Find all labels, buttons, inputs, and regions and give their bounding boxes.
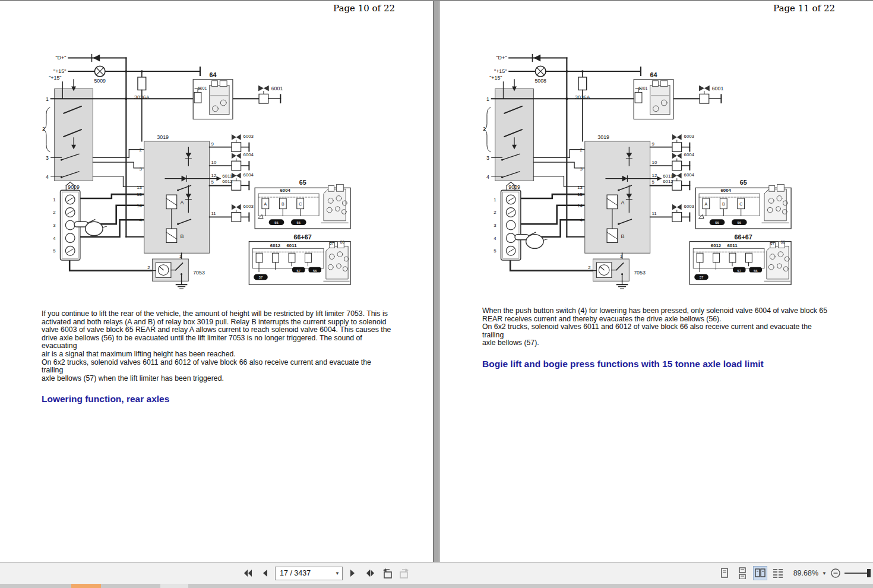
svg-text:10: 10: [652, 160, 657, 165]
svg-text:4: 4: [53, 236, 56, 241]
svg-text:6001: 6001: [638, 86, 647, 90]
svg-text:3: 3: [53, 223, 56, 228]
svg-text:3: 3: [486, 155, 489, 161]
page-divider: [433, 1, 439, 562]
svg-text:6003: 6003: [243, 134, 254, 139]
horizontal-scrollbar[interactable]: [0, 584, 873, 588]
svg-text:57: 57: [700, 276, 704, 279]
scrollbar-light-segment: [160, 584, 188, 588]
svg-text:5008: 5008: [534, 78, 546, 84]
previous-view-button[interactable]: [380, 566, 394, 580]
svg-text:6011: 6011: [728, 243, 738, 248]
svg-text:66+67: 66+67: [294, 233, 312, 241]
zoom-out-button[interactable]: [830, 568, 841, 578]
svg-text:6003: 6003: [243, 204, 254, 209]
page-number-value[interactable]: 17 / 3437: [276, 569, 333, 577]
svg-text:14: 14: [137, 203, 142, 208]
two-page-continuous-view-button[interactable]: [771, 566, 785, 580]
zoom-level-value[interactable]: 89.68%: [789, 569, 818, 577]
previous-page-button[interactable]: [258, 566, 272, 580]
svg-text:56: 56: [754, 269, 758, 273]
svg-text:10: 10: [211, 160, 217, 165]
body-paragraph: On 6x2 trucks, solenoid valves 6011 and …: [42, 359, 394, 383]
svg-text:"D+": "D+": [55, 55, 66, 61]
svg-text:4: 4: [139, 217, 142, 223]
svg-text:4: 4: [46, 174, 49, 180]
svg-text:11: 11: [652, 211, 657, 216]
svg-text:C: C: [739, 202, 742, 206]
svg-text:67: 67: [330, 241, 334, 245]
svg-text:"+15": "+15": [53, 68, 66, 74]
svg-text:6001: 6001: [271, 86, 283, 91]
two-page-view-button[interactable]: [753, 566, 767, 580]
pdf-page-10: Page 10 of 22 "D+""+15"5009"+15"3036A600…: [0, 1, 433, 562]
svg-text:B: B: [281, 202, 284, 206]
svg-text:2: 2: [483, 126, 486, 132]
svg-text:13: 13: [577, 185, 583, 190]
svg-text:66+67: 66+67: [735, 233, 752, 241]
section-heading: Lowering function, rear axles: [42, 394, 433, 404]
svg-text:56: 56: [738, 221, 742, 225]
scrollbar-highlight-segment[interactable]: [71, 584, 101, 588]
zoom-slider[interactable]: [844, 568, 872, 578]
svg-text:4: 4: [580, 217, 583, 223]
svg-text:67: 67: [770, 241, 775, 245]
svg-text:3: 3: [46, 155, 49, 161]
svg-text:A: A: [181, 200, 184, 206]
svg-text:2: 2: [53, 210, 55, 215]
svg-text:6004: 6004: [720, 188, 731, 193]
body-paragraph: When the push button switch (4) for lowe…: [482, 307, 835, 323]
continuous-view-button[interactable]: [735, 566, 749, 580]
svg-text:6011: 6011: [287, 243, 298, 248]
single-page-view-button[interactable]: [717, 566, 732, 580]
svg-text:9009: 9009: [68, 184, 80, 190]
svg-text:A: A: [264, 202, 267, 206]
svg-text:6012: 6012: [222, 179, 232, 184]
next-view-button[interactable]: [397, 566, 412, 580]
svg-text:1: 1: [486, 96, 489, 102]
zoom-dropdown-caret-icon[interactable]: ▼: [822, 571, 827, 576]
section-heading: Bogie lift and bogie press functions wit…: [482, 359, 873, 369]
svg-text:9009: 9009: [508, 184, 520, 190]
svg-text:6001: 6001: [712, 86, 724, 91]
svg-text:56: 56: [715, 221, 719, 225]
svg-text:B: B: [181, 233, 184, 239]
svg-text:66: 66: [340, 240, 344, 244]
svg-text:3: 3: [494, 223, 496, 228]
svg-text:5: 5: [494, 248, 496, 254]
svg-text:2: 2: [588, 265, 590, 270]
svg-text:6012: 6012: [663, 179, 673, 184]
svg-text:1: 1: [494, 197, 496, 203]
svg-text:3: 3: [139, 166, 142, 172]
svg-text:2: 2: [42, 126, 45, 132]
svg-text:3036A: 3036A: [575, 94, 590, 100]
page-number-combobox[interactable]: 17 / 3437 ▼: [275, 567, 343, 580]
body-paragraph: On 6x2 trucks, solenoid valves 6011 and …: [482, 323, 835, 347]
zoom-slider-handle[interactable]: [867, 569, 871, 577]
svg-text:5: 5: [211, 179, 214, 185]
chevron-down-icon[interactable]: ▼: [333, 571, 342, 576]
zoom-slider-track[interactable]: [844, 573, 869, 574]
svg-text:2: 2: [494, 210, 496, 215]
svg-text:B: B: [722, 202, 725, 206]
svg-text:2: 2: [147, 265, 150, 270]
next-page-button[interactable]: [346, 566, 360, 580]
last-page-button[interactable]: [363, 566, 377, 580]
svg-text:64: 64: [650, 71, 657, 78]
svg-text:15: 15: [137, 192, 142, 197]
first-page-button[interactable]: [241, 566, 255, 580]
page-header: Page 11 of 22: [439, 1, 873, 14]
svg-text:2: 2: [580, 147, 582, 153]
svg-text:5: 5: [652, 179, 655, 185]
svg-text:1: 1: [46, 96, 49, 102]
svg-text:9: 9: [652, 141, 654, 147]
svg-text:A: A: [705, 202, 708, 206]
wiring-diagram-page10: "D+""+15"5009"+15"3036A60016460019009123…: [42, 43, 356, 290]
svg-text:57: 57: [259, 276, 263, 279]
svg-text:12: 12: [211, 173, 217, 178]
svg-text:A: A: [621, 200, 625, 206]
svg-text:65: 65: [740, 179, 747, 186]
svg-text:14: 14: [577, 203, 583, 208]
svg-text:11: 11: [211, 211, 216, 216]
svg-text:6004: 6004: [684, 172, 695, 178]
